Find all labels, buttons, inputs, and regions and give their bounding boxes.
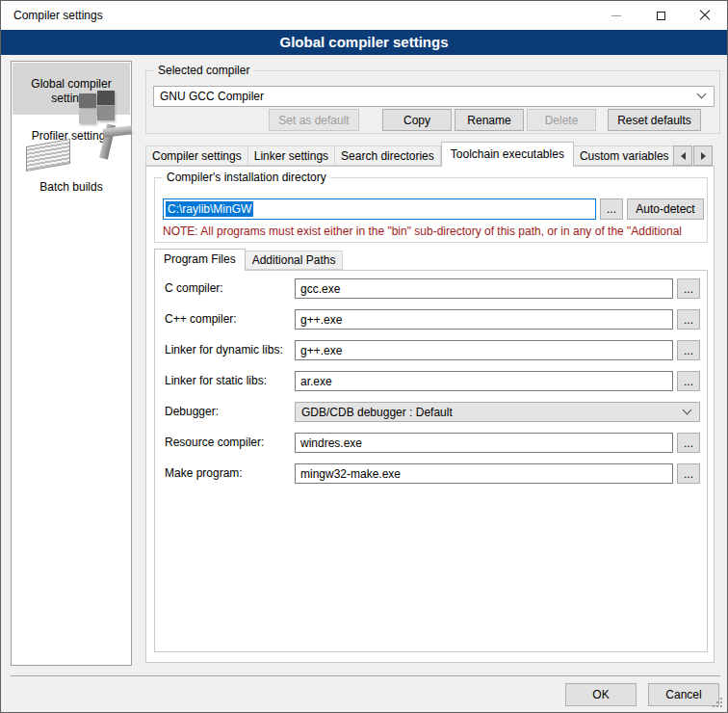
browse-cpp-compiler-button[interactable]: ... bbox=[677, 309, 700, 330]
field-label: Make program: bbox=[165, 463, 243, 484]
bin-subdirectory-note: NOTE: All programs must exist either in … bbox=[163, 224, 704, 238]
static-linker-input[interactable]: ar.exe bbox=[295, 371, 673, 391]
tab-custom-variables[interactable]: Custom variables bbox=[574, 145, 673, 166]
make-program-input[interactable]: mingw32-make.exe bbox=[295, 463, 673, 484]
set-as-default-button: Set as default bbox=[269, 109, 359, 131]
installation-directory-input[interactable]: C:\raylib\MinGW bbox=[163, 198, 596, 220]
field-label: Resource compiler: bbox=[165, 433, 264, 453]
tab-toolchain-executables[interactable]: Toolchain executables bbox=[441, 142, 574, 167]
chevron-down-icon bbox=[683, 405, 692, 414]
maximize-icon bbox=[657, 12, 665, 20]
delete-button: Delete bbox=[527, 109, 596, 131]
window-title: Compiler settings bbox=[13, 9, 103, 22]
field-row-make-program: Make program: mingw32-make.exe ... bbox=[155, 463, 707, 484]
settings-tab-strip: Compiler settings Linker settings Search… bbox=[145, 142, 673, 167]
tab-search-directories[interactable]: Search directories bbox=[335, 145, 441, 166]
installation-directory-group-label: Compiler's installation directory bbox=[163, 171, 330, 184]
browse-resource-compiler-button[interactable]: ... bbox=[677, 433, 700, 453]
resize-grip[interactable] bbox=[720, 705, 722, 707]
resource-compiler-input[interactable]: windres.exe bbox=[295, 433, 673, 453]
field-label: C compiler: bbox=[165, 278, 223, 299]
programs-tab-strip: Program Files Additional Paths bbox=[154, 249, 343, 271]
selected-compiler-group-label: Selected compiler bbox=[154, 64, 253, 77]
chevron-down-icon bbox=[697, 90, 707, 99]
field-row-dynamic-linker: Linker for dynamic libs: g++.exe ... bbox=[155, 340, 707, 360]
tab-additional-paths[interactable]: Additional Paths bbox=[246, 251, 344, 270]
browse-directory-button[interactable]: ... bbox=[600, 198, 623, 220]
footer-divider bbox=[11, 675, 720, 676]
field-label: Linker for static libs: bbox=[165, 371, 267, 391]
program-files-page: C compiler: gcc.exe ... C++ compiler: g+… bbox=[154, 270, 708, 652]
rename-button[interactable]: Rename bbox=[455, 109, 524, 131]
field-label: C++ compiler: bbox=[165, 309, 237, 330]
tab-scroll-right-button[interactable] bbox=[693, 145, 713, 166]
page-title: Global compiler settings bbox=[1, 30, 727, 55]
field-row-debugger: Debugger: GDB/CDB debugger : Default bbox=[155, 402, 707, 422]
browse-dynamic-linker-button[interactable]: ... bbox=[677, 340, 700, 360]
compiler-settings-dialog: Compiler settings Global compiler settin… bbox=[0, 0, 728, 713]
tab-compiler-settings[interactable]: Compiler settings bbox=[145, 145, 248, 166]
title-bar: Compiler settings bbox=[1, 1, 727, 30]
auto-detect-button[interactable]: Auto-detect bbox=[627, 198, 704, 220]
compiler-select-value: GNU GCC Compiler bbox=[160, 90, 264, 103]
copy-button[interactable]: Copy bbox=[382, 109, 452, 131]
c-compiler-input[interactable]: gcc.exe bbox=[295, 278, 673, 299]
field-label: Debugger: bbox=[165, 402, 219, 422]
close-button[interactable] bbox=[683, 1, 727, 30]
reset-defaults-button[interactable]: Reset defaults bbox=[608, 109, 701, 131]
toolchain-executables-page: Compiler's installation directory C:\ray… bbox=[145, 166, 715, 663]
close-icon bbox=[699, 10, 711, 21]
tab-scroll-left-button[interactable] bbox=[673, 145, 692, 166]
minimize-icon bbox=[611, 15, 621, 16]
maximize-button[interactable] bbox=[638, 1, 683, 30]
installation-directory-group: Compiler's installation directory C:\ray… bbox=[154, 177, 708, 243]
arrow-left-icon bbox=[681, 152, 686, 160]
field-row-resource-compiler: Resource compiler: windres.exe ... bbox=[155, 433, 707, 453]
browse-static-linker-button[interactable]: ... bbox=[677, 371, 700, 391]
arrow-right-icon bbox=[701, 152, 706, 160]
installation-directory-value: C:\raylib\MinGW bbox=[166, 201, 253, 217]
sidebar-item-label: Batch builds bbox=[14, 180, 128, 195]
debugger-select-value: GDB/CDB debugger : Default bbox=[301, 406, 453, 419]
field-row-c-compiler: C compiler: gcc.exe ... bbox=[155, 278, 707, 299]
field-row-static-linker: Linker for static libs: ar.exe ... bbox=[155, 371, 707, 391]
field-row-cpp-compiler: C++ compiler: g++.exe ... bbox=[155, 309, 707, 330]
sidebar-item-batch-builds[interactable]: Batch builds bbox=[13, 166, 130, 203]
cancel-button[interactable]: Cancel bbox=[648, 683, 719, 706]
settings-category-list: Global compiler settings Profiler settin… bbox=[11, 61, 132, 666]
browse-c-compiler-button[interactable]: ... bbox=[677, 278, 700, 299]
tab-program-files[interactable]: Program Files bbox=[154, 249, 246, 271]
browse-make-program-button[interactable]: ... bbox=[677, 463, 700, 484]
debugger-select[interactable]: GDB/CDB debugger : Default bbox=[295, 402, 700, 422]
field-label: Linker for dynamic libs: bbox=[165, 340, 283, 360]
caption-buttons bbox=[594, 1, 727, 30]
tab-linker-settings[interactable]: Linker settings bbox=[248, 145, 335, 166]
dynamic-linker-input[interactable]: g++.exe bbox=[295, 340, 673, 360]
compiler-select[interactable]: GNU GCC Compiler bbox=[153, 86, 715, 107]
cpp-compiler-input[interactable]: g++.exe bbox=[295, 309, 673, 330]
minimize-button bbox=[594, 1, 638, 30]
ok-button[interactable]: OK bbox=[565, 683, 637, 706]
